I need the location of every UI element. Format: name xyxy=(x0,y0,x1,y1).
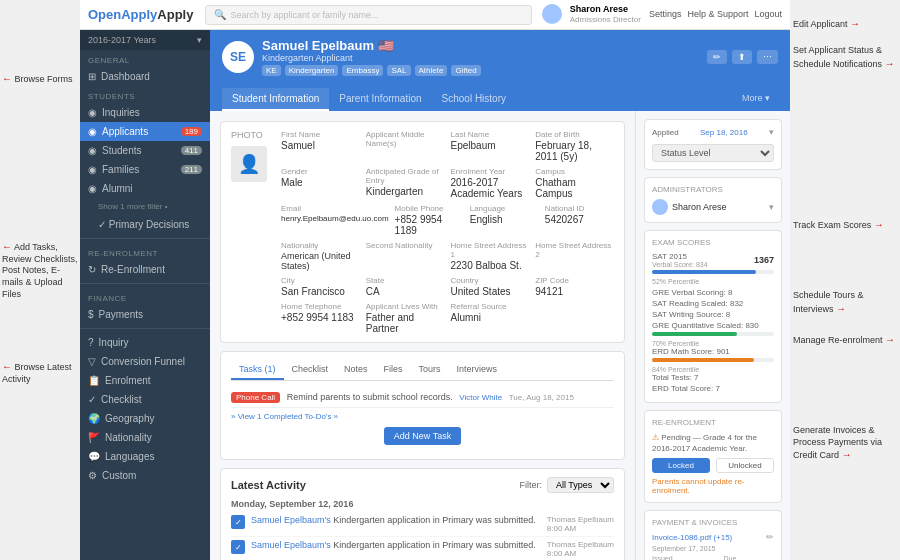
tag-ke: KE xyxy=(262,65,281,76)
assignee-name: Sharon Arese xyxy=(672,202,727,212)
first-name-label: First Name xyxy=(281,130,360,139)
activity-section: Latest Activity Filter: All Types Monday… xyxy=(220,468,625,560)
families-badge: 211 xyxy=(181,165,202,174)
logout-btn[interactable]: Logout xyxy=(754,9,782,19)
sidebar-label-conversion: Conversion Funnel xyxy=(101,356,185,367)
field-campus: Campus Chatham Campus xyxy=(535,167,614,199)
filter-select[interactable]: All Types xyxy=(547,477,614,493)
campus-label: Campus xyxy=(535,167,614,176)
field-mobile: Mobile Phone +852 9954 1189 xyxy=(395,204,464,236)
payment-title: PAYMENT & INVOICES xyxy=(652,518,774,527)
two-col-layout: Photo 👤 First Name Samuel xyxy=(210,111,790,560)
tab-school-history[interactable]: School History xyxy=(432,88,516,111)
email-value: henry.Epelbaum@edu.uo.com xyxy=(281,214,389,223)
help-btn[interactable]: Help & Support xyxy=(687,9,748,19)
field-middle-name: Applicant Middle Name(s) xyxy=(366,130,445,162)
navbar-right: Sharon Arese Admissions Director Setting… xyxy=(542,4,782,24)
score-row-1: GRE Verbal Scoring: 8 xyxy=(652,288,774,297)
score-row-6: Total Tests: 7 xyxy=(652,373,774,382)
sidebar-item-students[interactable]: ◉ Students 411 xyxy=(80,141,210,160)
field-grade: Anticipated Grade of Entry Kindergarten xyxy=(366,167,445,199)
invoice-name[interactable]: Invoice-1086.pdf (+15) xyxy=(652,533,732,542)
sidebar-item-applicants[interactable]: ◉ Applicants 189 xyxy=(80,122,210,141)
more-tabs-btn[interactable]: More ▾ xyxy=(734,88,778,111)
edit-btn[interactable]: ✏ xyxy=(707,50,727,64)
tag-embassy: Embassy xyxy=(342,65,383,76)
field-zip: ZIP Code 94121 xyxy=(535,276,614,297)
tab-tours[interactable]: Tours xyxy=(411,360,449,380)
sidebar-item-checklist[interactable]: ✓ Checklist xyxy=(80,390,210,409)
progress-0 xyxy=(652,270,774,274)
lives-with-label: Applicant Lives With xyxy=(366,302,445,311)
edit-invoice-icon[interactable]: ✏ xyxy=(766,532,774,542)
activity-icon-0: ✓ xyxy=(231,515,245,529)
sidebar-primary-decisions[interactable]: ✓ Primary Decisions xyxy=(80,215,210,234)
sidebar-label-re-enrollment: Re-Enrollment xyxy=(101,264,165,275)
left-panel: Photo 👤 First Name Samuel xyxy=(210,111,635,560)
add-task-button[interactable]: Add New Task xyxy=(384,427,461,445)
sidebar-item-nationality[interactable]: 🚩 Nationality xyxy=(80,428,210,447)
sidebar-item-enrolment[interactable]: 📋 Enrolment xyxy=(80,371,210,390)
sidebar-more-filter[interactable]: Show 1 more filter • xyxy=(80,198,210,215)
sidebar-item-re-enrollment[interactable]: ↻ Re-Enrollment xyxy=(80,260,210,279)
sidebar-item-inquiry[interactable]: ? Inquiry xyxy=(80,333,210,352)
zip-value: 94121 xyxy=(535,286,614,297)
navbar-icons: Settings Help & Support Logout xyxy=(649,9,782,19)
tab-notes[interactable]: Notes xyxy=(336,360,376,380)
sidebar-divider-1 xyxy=(80,238,210,239)
left-annotations: ← Browse Forms ← Add Tasks, Review Check… xyxy=(0,0,80,560)
search-bar[interactable]: 🔍 Search by applicant or family name... xyxy=(205,5,531,25)
tab-interviews[interactable]: Interviews xyxy=(449,360,506,380)
address1-label: Home Street Address 1 xyxy=(451,241,530,259)
sidebar-item-inquiries[interactable]: ◉ Inquiries xyxy=(80,103,210,122)
sidebar-item-alumni[interactable]: ◉ Alumni xyxy=(80,179,210,198)
tag-athlete: Athlete xyxy=(415,65,448,76)
activity-text-1: Samuel Epelbaum's Kindergarten applicati… xyxy=(251,540,541,552)
user-role: Admissions Director xyxy=(570,15,641,25)
activity-link-0[interactable]: Samuel Epelbaum's xyxy=(251,515,331,525)
sidebar-label-inquiry: Inquiry xyxy=(99,337,129,348)
activity-text-0: Samuel Epelbaum's Kindergarten applicati… xyxy=(251,515,541,527)
sidebar-item-custom[interactable]: ⚙ Custom xyxy=(80,466,210,485)
locked-btn[interactable]: Locked xyxy=(652,458,710,473)
second-nat-label: Second Nationality xyxy=(366,241,445,250)
task-text: Remind parents to submit school records. xyxy=(287,392,453,402)
sidebar-years[interactable]: 2016-2017 Years ▾ xyxy=(80,30,210,50)
right-annotations: Edit Applicant → Set Applicant Status & … xyxy=(790,0,900,560)
progress-fill-0 xyxy=(652,270,756,274)
content-tabs: Student Information Parent Information S… xyxy=(210,88,790,111)
sidebar-item-conversion[interactable]: ▽ Conversion Funnel xyxy=(80,352,210,371)
tab-parent-info[interactable]: Parent Information xyxy=(329,88,431,111)
sidebar: 2016-2017 Years ▾ GENERAL ⊞ Dashboard ST… xyxy=(80,30,210,560)
enrolment-icon: 📋 xyxy=(88,375,100,386)
activity-link-1[interactable]: Samuel Epelbaum's xyxy=(251,540,331,550)
sidebar-label-families: Families xyxy=(102,164,139,175)
status-level-select[interactable]: Status Level xyxy=(652,144,774,162)
settings-btn[interactable]: Settings xyxy=(649,9,682,19)
activity-date: Monday, September 12, 2016 xyxy=(231,499,614,509)
score-row-5: ERD Math Score: 901 xyxy=(652,347,774,356)
national-id-value: 5420267 xyxy=(545,214,614,225)
score-label-5: ERD Math Score: 901 xyxy=(652,347,730,356)
tab-student-info[interactable]: Student Information xyxy=(222,88,329,111)
families-icon: ◉ xyxy=(88,164,97,175)
tab-checklist[interactable]: Checklist xyxy=(284,360,337,380)
unlocked-btn[interactable]: Unlocked xyxy=(716,458,774,473)
tab-files[interactable]: Files xyxy=(376,360,411,380)
more-btn[interactable]: ⋯ xyxy=(757,50,778,64)
app-body: 2016-2017 Years ▾ GENERAL ⊞ Dashboard ST… xyxy=(80,30,790,560)
share-btn[interactable]: ⬆ xyxy=(732,50,752,64)
tag-kinder: Kindergarten xyxy=(285,65,339,76)
payment-card: PAYMENT & INVOICES Invoice-1086.pdf (+15… xyxy=(644,510,782,560)
tab-tasks[interactable]: Tasks (1) xyxy=(231,360,284,380)
geography-icon: 🌍 xyxy=(88,413,100,424)
enrolment-label: Enrolment Year xyxy=(451,167,530,176)
sidebar-item-payments[interactable]: $ Payments xyxy=(80,305,210,324)
sidebar-item-families[interactable]: ◉ Families 211 xyxy=(80,160,210,179)
inquiries-icon: ◉ xyxy=(88,107,97,118)
view-todos-link[interactable]: » View 1 Completed To-Do's » xyxy=(231,412,614,421)
sidebar-item-dashboard[interactable]: ⊞ Dashboard xyxy=(80,67,210,86)
sidebar-item-languages[interactable]: 💬 Languages xyxy=(80,447,210,466)
sidebar-item-geography[interactable]: 🌍 Geography xyxy=(80,409,210,428)
activity-meta-1: Thomas Epelbaum 8:00 AM xyxy=(547,540,614,558)
